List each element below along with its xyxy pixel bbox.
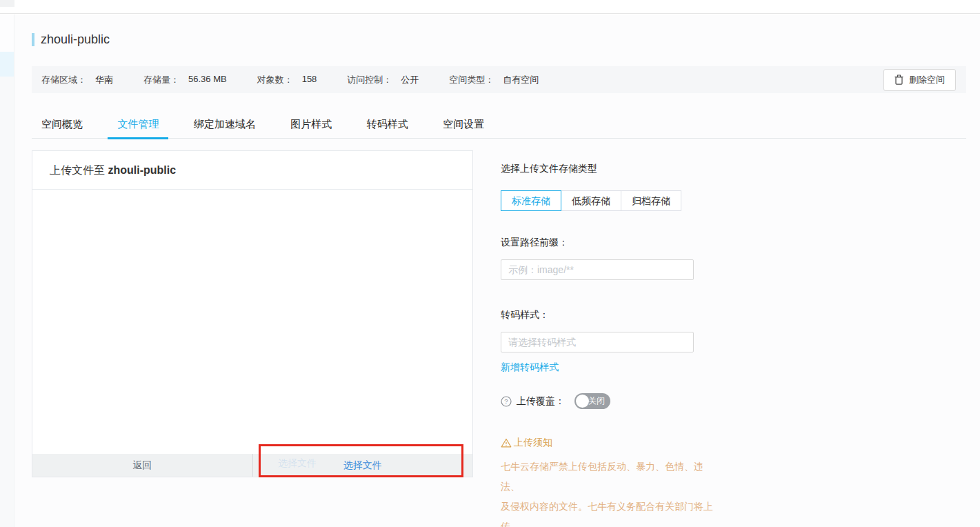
upload-header-bucket-name: zhouli-public (108, 164, 176, 176)
notice-line: 七牛云存储严禁上传包括反动、暴力、色情、违法、 (501, 457, 714, 497)
info-value: 公开 (401, 74, 419, 86)
storage-option-infrequent[interactable]: 低频存储 (561, 190, 621, 211)
warning-triangle-icon (501, 438, 512, 448)
back-button[interactable]: 返回 (32, 454, 252, 477)
info-field-object-count: 对象数： 158 (257, 74, 317, 86)
sidebar-highlight (0, 52, 14, 77)
tab-file-management[interactable]: 文件管理 (108, 111, 168, 139)
info-field-access-control: 访问控制： 公开 (347, 74, 419, 86)
storage-option-standard[interactable]: 标准存储 (501, 190, 561, 211)
path-prefix-input[interactable] (501, 259, 694, 280)
upload-header-prefix: 上传文件至 (50, 164, 108, 176)
info-value: 56.36 MB (188, 74, 227, 86)
info-label: 访问控制： (347, 74, 392, 86)
toggle-state-label: 关闭 (588, 393, 605, 409)
upload-notice-body: 七牛云存储严禁上传包括反动、暴力、色情、违法、 及侵权内容的文件。七牛有义务配合… (501, 457, 714, 527)
add-transcode-style-link[interactable]: 新增转码样式 (501, 361, 559, 374)
delete-bucket-button[interactable]: 删除空间 (883, 69, 956, 91)
tab-space-overview[interactable]: 空间概览 (32, 111, 92, 139)
upload-panel: 上传文件至 zhouli-public 返回 选择文件 (32, 150, 473, 477)
tab-image-style[interactable]: 图片样式 (281, 111, 341, 139)
svg-text:?: ? (504, 397, 508, 405)
upload-overwrite-label: 上传覆盖： (517, 395, 565, 408)
storage-option-archive[interactable]: 归档存储 (621, 190, 681, 211)
info-label: 存储区域： (41, 74, 86, 86)
top-bar (0, 0, 980, 14)
info-label: 空间类型： (449, 74, 494, 86)
bucket-tabs: 空间概览 文件管理 绑定加速域名 图片样式 转码样式 空间设置 (32, 111, 966, 139)
tab-transcode-style[interactable]: 转码样式 (357, 111, 418, 139)
page-title: zhouli-public (41, 32, 110, 47)
info-label: 存储量： (143, 74, 179, 86)
corner-decoration (0, 0, 14, 7)
notice-line: 及侵权内容的文件。七牛有义务配合有关部门将上传 (501, 497, 714, 527)
collapsed-sidebar-strip[interactable] (0, 14, 14, 527)
info-label: 对象数： (257, 74, 293, 86)
info-field-storage-size: 存储量： 56.36 MB (143, 74, 227, 86)
question-circle-icon[interactable]: ? (501, 396, 512, 407)
title-accent-bar (32, 33, 34, 46)
toggle-knob (576, 395, 589, 408)
delete-button-label: 删除空间 (909, 74, 945, 86)
info-value: 158 (302, 74, 317, 86)
storage-type-label: 选择上传文件存储类型 (501, 163, 597, 175)
upload-options-column: 选择上传文件存储类型 标准存储 低频存储 归档存储 设置路径前缀： 转码样式： … (501, 14, 721, 527)
tab-bind-domain[interactable]: 绑定加速域名 (184, 111, 266, 139)
upload-panel-header: 上传文件至 zhouli-public (32, 151, 472, 190)
info-value: 华南 (95, 74, 113, 86)
transcode-style-input[interactable] (501, 332, 694, 352)
notice-title-text: 上传须知 (514, 437, 552, 449)
tab-space-settings[interactable]: 空间设置 (433, 111, 494, 139)
main-content: zhouli-public 存储区域： 华南 存储量： 56.36 MB 对象数… (15, 14, 980, 527)
select-file-button[interactable]: 选择文件 (252, 454, 473, 477)
upload-overwrite-row: ? 上传覆盖： 关闭 (501, 393, 610, 409)
upload-notice-title: 上传须知 (501, 437, 552, 449)
path-prefix-label: 设置路径前缀： (501, 237, 568, 249)
upload-panel-footer: 返回 选择文件 (32, 454, 472, 477)
transcode-style-label: 转码样式： (501, 309, 549, 321)
page-title-row: zhouli-public (32, 32, 110, 47)
info-field-region: 存储区域： 华南 (41, 74, 113, 86)
sidebar-lower (0, 77, 14, 527)
bucket-management-screen: zhouli-public 存储区域： 华南 存储量： 56.36 MB 对象数… (0, 0, 980, 527)
storage-type-selector: 标准存储 低频存储 归档存储 (501, 190, 681, 211)
bucket-info-bar: 存储区域： 华南 存储量： 56.36 MB 对象数： 158 访问控制： 公开… (32, 66, 966, 93)
trash-icon (894, 74, 903, 85)
upload-overwrite-toggle[interactable]: 关闭 (574, 393, 610, 409)
